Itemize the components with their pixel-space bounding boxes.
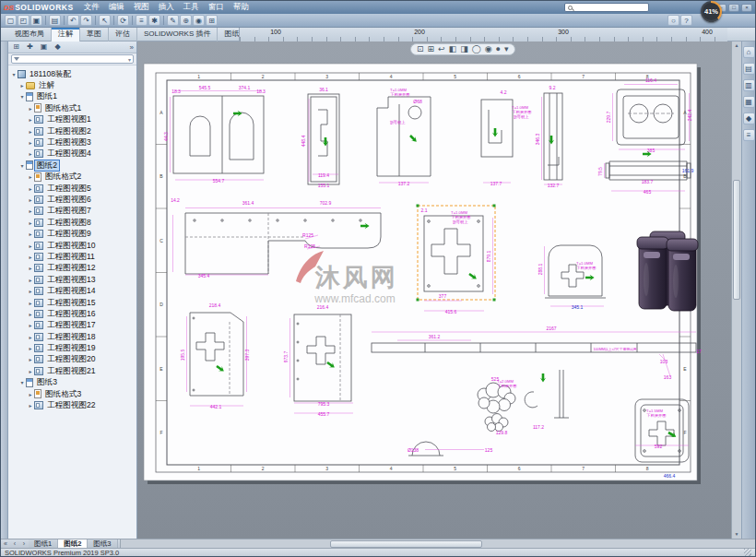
drawing-canvas[interactable]: 1122334455667788AABBCCDDEEFF	[137, 41, 731, 539]
dimension-label[interactable]: 554.7	[213, 178, 225, 184]
dimension-label[interactable]: 103	[660, 359, 668, 364]
dimension-label[interactable]: 195.5	[180, 350, 185, 361]
menu-item[interactable]: 视图	[129, 2, 154, 13]
dimension-label[interactable]: Ø68	[413, 99, 422, 104]
dimension-label[interactable]: 229.7	[606, 112, 611, 124]
horizontal-scrollbar[interactable]	[120, 539, 755, 549]
expand-chevron-icon[interactable]: ▸	[27, 356, 34, 362]
tree-item[interactable]: ▸工程图视图10	[8, 240, 136, 251]
tree-item[interactable]: ▸工程图视图15	[8, 297, 136, 308]
expand-chevron-icon[interactable]: ▾	[18, 162, 26, 169]
expand-chevron-icon[interactable]: ▸	[27, 243, 34, 249]
search-box[interactable]	[564, 3, 649, 12]
menu-item[interactable]: 窗口	[204, 2, 229, 13]
dimension-label[interactable]: 592	[655, 444, 663, 449]
sheet-tab[interactable]: 图纸3	[88, 539, 117, 549]
dimension-label[interactable]: 361.4	[242, 200, 254, 206]
dimension-label[interactable]: 132.7	[548, 183, 560, 188]
design-library-icon[interactable]: ▤	[743, 63, 755, 75]
expand-chevron-icon[interactable]: ▸	[27, 254, 34, 260]
drawing-view-11-shaded[interactable]	[637, 231, 698, 311]
tree-item[interactable]: ▸工程图视图20	[8, 354, 136, 365]
dimension-label[interactable]: 242.4	[687, 110, 692, 122]
menu-item[interactable]: 工具	[179, 2, 204, 13]
dimension-label[interactable]: 129.8	[496, 430, 508, 435]
scroll-down-arrow-icon[interactable]: ▼	[732, 530, 741, 539]
tree-item[interactable]: ▸工程图视图7	[8, 206, 136, 217]
dimension-label[interactable]: R125	[304, 243, 315, 249]
expand-chevron-icon[interactable]: ▸	[27, 368, 34, 374]
custom-properties-icon[interactable]: ≡	[743, 129, 755, 141]
tree-item[interactable]: ▾图纸3	[8, 377, 136, 388]
save-icon[interactable]: ▣	[30, 15, 42, 26]
dimension-label[interactable]: 79.5	[597, 167, 603, 176]
appearances-scenes-icon[interactable]: ◆	[743, 113, 755, 124]
tree-item[interactable]: ▸工程图视图3	[8, 136, 136, 148]
zoom-fit-icon[interactable]: ⊡	[417, 44, 424, 54]
command-tab[interactable]: SOLIDWORKS 插件	[137, 28, 218, 41]
dimension-label[interactable]: 466.4	[664, 473, 676, 479]
tree-item[interactable]: ▸工程图视图6	[8, 194, 136, 205]
search-commands-icon[interactable]: ○	[667, 15, 679, 26]
dimension-label[interactable]: 14.2	[171, 197, 180, 203]
expand-chevron-icon[interactable]: ▸	[27, 391, 34, 397]
dimension-label[interactable]: 2167	[546, 326, 556, 331]
tree-item[interactable]: ▸工程图视图21	[8, 365, 136, 376]
tree-item[interactable]: ▸注解	[8, 79, 136, 90]
dimension-label[interactable]: 161.9	[682, 168, 694, 173]
expand-chevron-icon[interactable]: ▸	[27, 150, 34, 157]
dimension-label[interactable]: 119.4	[318, 172, 329, 178]
filter-field[interactable]: ▾	[11, 54, 134, 64]
menu-item[interactable]: 编辑	[104, 2, 129, 13]
panel-flyout-arrow-icon[interactable]: »	[130, 43, 134, 52]
expand-chevron-icon[interactable]: ▸	[18, 82, 26, 89]
maximize-button[interactable]	[728, 4, 739, 12]
expand-chevron-icon[interactable]: ▸	[27, 322, 34, 328]
horizontal-scroll-thumb[interactable]	[330, 540, 482, 548]
dimension-label[interactable]: 879.1	[486, 251, 491, 263]
expand-chevron-icon[interactable]: ▸	[27, 139, 34, 146]
sheet-tab[interactable]: 图纸2	[58, 539, 88, 549]
dimension-label[interactable]: 125	[485, 447, 493, 453]
dimension-label[interactable]: 18.3	[171, 89, 181, 94]
next-sheet-button[interactable]	[19, 539, 29, 548]
tree-item[interactable]: ▸图纸格式1	[8, 102, 136, 113]
rebuild-icon[interactable]: ⟳	[117, 15, 129, 26]
expand-chevron-icon[interactable]: ▸	[27, 196, 34, 203]
expand-chevron-icon[interactable]: ▸	[27, 185, 34, 192]
options-icon[interactable]: ✱	[148, 15, 160, 26]
dimension-label[interactable]: 465	[644, 189, 652, 195]
command-tab[interactable]: 视图布局	[8, 28, 52, 41]
tree-item[interactable]: ▸工程图视图18	[8, 331, 136, 342]
dimension-label[interactable]: 374.1	[239, 85, 251, 90]
expand-chevron-icon[interactable]: ▸	[27, 402, 34, 409]
dimension-label[interactable]: 36.1	[319, 87, 328, 92]
dimension-label[interactable]: 448.4	[301, 136, 306, 148]
dimension-label[interactable]: 44.3	[163, 132, 169, 141]
view-orientation-icon[interactable]: ◨	[460, 44, 468, 54]
tables-icon[interactable]: ⊞	[206, 15, 218, 26]
select-icon[interactable]: ↖	[99, 15, 111, 26]
tree-item[interactable]: ▸图纸格式2	[8, 172, 136, 183]
dimension-label[interactable]: 137.2	[398, 181, 410, 186]
tree-item[interactable]: ▾图纸1	[8, 91, 136, 102]
tree-item[interactable]: ▾181108装配	[8, 68, 136, 79]
expand-chevron-icon[interactable]: ▾	[10, 71, 18, 77]
help-icon[interactable]: ?	[680, 15, 692, 26]
expand-chevron-icon[interactable]: ▸	[27, 311, 34, 317]
dimension-label[interactable]: Ø138	[408, 447, 419, 453]
dimension-label[interactable]: 9.2	[549, 85, 556, 90]
dimension-label[interactable]: 795.3	[318, 401, 330, 407]
feature-manager-tab[interactable]: ⊞	[11, 41, 21, 53]
dimension-label[interactable]: 346.3	[535, 134, 540, 146]
expand-chevron-icon[interactable]: ▸	[27, 105, 34, 112]
tree-item[interactable]: ▸工程图视图22	[8, 399, 136, 410]
expand-chevron-icon[interactable]: ▾	[18, 379, 26, 385]
expand-chevron-icon[interactable]: ▸	[27, 277, 34, 283]
dimension-label[interactable]: 216.4	[317, 304, 329, 310]
expand-chevron-icon[interactable]: ▸	[27, 116, 34, 123]
configuration-manager-tab[interactable]: ▣	[39, 41, 49, 53]
dimension-label[interactable]: 442.1	[210, 404, 222, 409]
dimension-label[interactable]: 下料展开图	[576, 266, 597, 270]
file-explorer-icon[interactable]: ▥	[743, 79, 755, 91]
